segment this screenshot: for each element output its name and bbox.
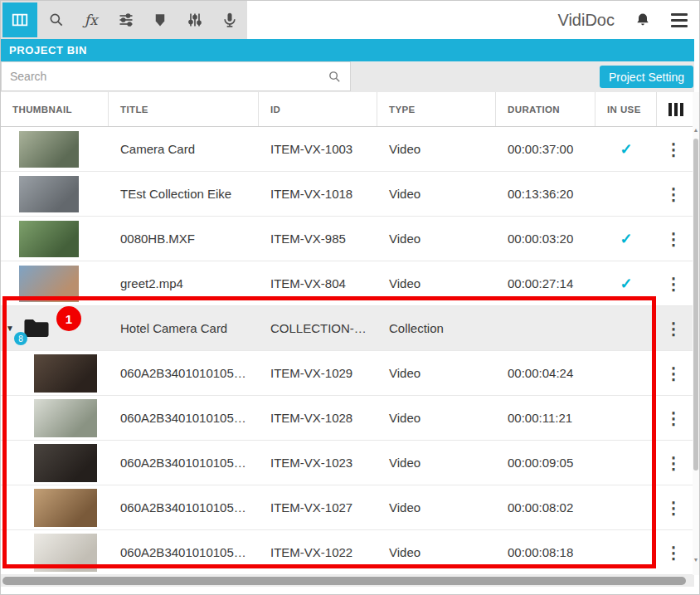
horizontal-scrollbar-thumb[interactable]: [2, 577, 686, 585]
row-menu-button[interactable]: ⋮: [660, 500, 687, 516]
table-row[interactable]: ▼ 0080HB.MXF ITEM-VX-985 Video 00:00:03:…: [1, 217, 694, 261]
row-menu-cell: ⋮: [657, 186, 694, 202]
thumbnail-cell: ▼: [1, 172, 109, 216]
vertical-scrollbar[interactable]: ▲ ▼: [693, 92, 699, 575]
thumbnail-image[interactable]: [19, 176, 79, 212]
table-row[interactable]: ▼ TEst Collection Eike ITEM-VX-1018 Vide…: [1, 172, 694, 217]
search-row: Project Setting: [1, 61, 694, 92]
horizontal-scrollbar[interactable]: [1, 575, 694, 587]
row-menu-cell: ⋮: [657, 141, 694, 158]
in-use-check-icon: ✓: [595, 140, 657, 159]
thumbnail-cell: ▼: [1, 396, 109, 440]
row-title[interactable]: 060A2B3401010105…: [109, 411, 259, 425]
row-title[interactable]: 060A2B3401010105…: [109, 545, 259, 559]
row-menu-button[interactable]: ⋮: [660, 186, 687, 202]
in-use-check-icon: ✓: [595, 230, 657, 248]
row-id: ITEM-VX-1023: [259, 456, 377, 470]
row-title[interactable]: Hotel Camera Card: [109, 321, 259, 335]
row-menu-button[interactable]: ⋮: [660, 544, 687, 561]
notifications-button[interactable]: [634, 12, 651, 28]
magnifier-icon[interactable]: [328, 70, 342, 84]
row-menu-button[interactable]: ⋮: [660, 141, 687, 158]
row-duration: 00:00:04:24: [496, 366, 595, 380]
sliders-vertical-icon: [187, 12, 203, 28]
sliders-horizontal-icon: [118, 12, 134, 28]
effects-tool-button[interactable]: ƒx: [74, 1, 109, 39]
table-row[interactable]: ▼ 060A2B3401010105… ITEM-VX-1022 Video 0…: [1, 530, 694, 575]
row-menu-button[interactable]: ⋮: [660, 231, 687, 247]
row-menu-button[interactable]: ⋮: [660, 455, 687, 471]
search-icon: [48, 12, 65, 28]
columns-icon[interactable]: [668, 103, 683, 116]
thumbnail-image[interactable]: [34, 489, 97, 527]
row-title[interactable]: TEst Collection Eike: [109, 187, 259, 201]
row-type: Video: [377, 500, 496, 515]
dictation-tool-button[interactable]: [212, 1, 247, 39]
table-body: ▼ Camera Card ITEM-VX-1003 Video 00:00:3…: [1, 127, 694, 575]
row-menu-cell: ⋮: [657, 500, 694, 516]
row-menu-cell: ⋮: [657, 455, 694, 471]
thumbnail-image[interactable]: [19, 131, 79, 168]
row-menu-cell: ⋮: [657, 320, 694, 337]
table-row[interactable]: ▼ Camera Card ITEM-VX-1003 Video 00:00:3…: [1, 127, 694, 172]
filters-tool-button[interactable]: [109, 1, 143, 39]
header-in-use[interactable]: IN USE: [595, 92, 657, 126]
main-menu-button[interactable]: [671, 13, 688, 27]
row-id: ITEM-VX-1029: [259, 366, 377, 380]
header-title[interactable]: TITLE: [109, 92, 259, 126]
thumbnail-cell: ▼: [1, 351, 109, 395]
collapse-caret-icon[interactable]: ▼: [6, 324, 14, 333]
app-title: VidiDoc: [557, 11, 615, 30]
scroll-down-icon[interactable]: ▼: [693, 557, 699, 563]
adjust-tool-button[interactable]: [177, 1, 212, 39]
header-duration[interactable]: DURATION: [496, 92, 595, 126]
row-id: ITEM-VX-804: [259, 276, 377, 290]
table-row[interactable]: ▼ 060A2B3401010105… ITEM-VX-1029 Video 0…: [1, 351, 694, 396]
search-input[interactable]: [2, 69, 328, 84]
row-menu-button[interactable]: ⋮: [660, 410, 687, 427]
row-menu-cell: ⋮: [657, 365, 694, 382]
thumbnail-image[interactable]: [34, 354, 97, 393]
row-title[interactable]: 060A2B3401010105…: [109, 366, 259, 380]
row-menu-button[interactable]: ⋮: [660, 276, 687, 292]
row-duration: 00:00:27:14: [496, 276, 595, 290]
row-duration: 00:13:36:20: [496, 187, 595, 201]
row-duration: 00:00:03:20: [496, 232, 595, 246]
thumbnail-image[interactable]: [34, 444, 97, 482]
microphone-icon: [221, 12, 238, 28]
search-tool-button[interactable]: [39, 1, 74, 39]
row-menu-button[interactable]: ⋮: [660, 365, 687, 382]
row-title[interactable]: 060A2B3401010105…: [109, 456, 259, 470]
thumbnail-image[interactable]: [34, 534, 97, 572]
table-row[interactable]: ▼ 060A2B3401010105… ITEM-VX-1028 Video 0…: [1, 396, 694, 441]
scroll-up-icon[interactable]: ▲: [693, 127, 699, 133]
row-title[interactable]: 060A2B3401010105…: [109, 500, 259, 515]
project-setting-button[interactable]: Project Setting: [600, 66, 693, 88]
vertical-scrollbar-thumb[interactable]: [693, 139, 698, 471]
project-bin-tool-button[interactable]: [2, 2, 37, 37]
row-title[interactable]: greet2.mp4: [109, 276, 259, 290]
table-row[interactable]: ▼ greet2.mp4 ITEM-VX-804 Video 00:00:27:…: [1, 261, 694, 306]
search-box: [1, 61, 351, 91]
header-columns-cell: [657, 92, 694, 126]
row-id: ITEM-VX-1003: [259, 142, 377, 156]
header-type[interactable]: TYPE: [377, 92, 496, 126]
row-menu-button[interactable]: ⋮: [660, 320, 687, 337]
header-id[interactable]: ID: [259, 92, 377, 126]
row-type: Video: [377, 232, 496, 246]
tags-tool-button[interactable]: [143, 1, 177, 39]
thumbnail-image[interactable]: [19, 266, 79, 302]
table-row[interactable]: ▼ 060A2B3401010105… ITEM-VX-1023 Video 0…: [1, 441, 694, 485]
row-id: COLLECTION-…: [259, 321, 377, 335]
thumbnail-cell: ▼: [1, 127, 109, 171]
thumbnail-image[interactable]: [19, 221, 79, 257]
row-id: ITEM-VX-1022: [259, 545, 377, 559]
table-row[interactable]: ▼ 8 Hotel Camera Card COLLECTION-… Colle…: [1, 306, 694, 351]
row-title[interactable]: Camera Card: [109, 142, 259, 156]
header-thumbnail[interactable]: THUMBNAIL: [1, 92, 109, 126]
thumbnail-image[interactable]: [34, 399, 97, 437]
row-title[interactable]: 0080HB.MXF: [109, 232, 259, 246]
row-type: Video: [377, 366, 496, 380]
project-bin-header: PROJECT BIN: [1, 39, 694, 61]
table-row[interactable]: ▼ 060A2B3401010105… ITEM-VX-1027 Video 0…: [1, 485, 694, 530]
